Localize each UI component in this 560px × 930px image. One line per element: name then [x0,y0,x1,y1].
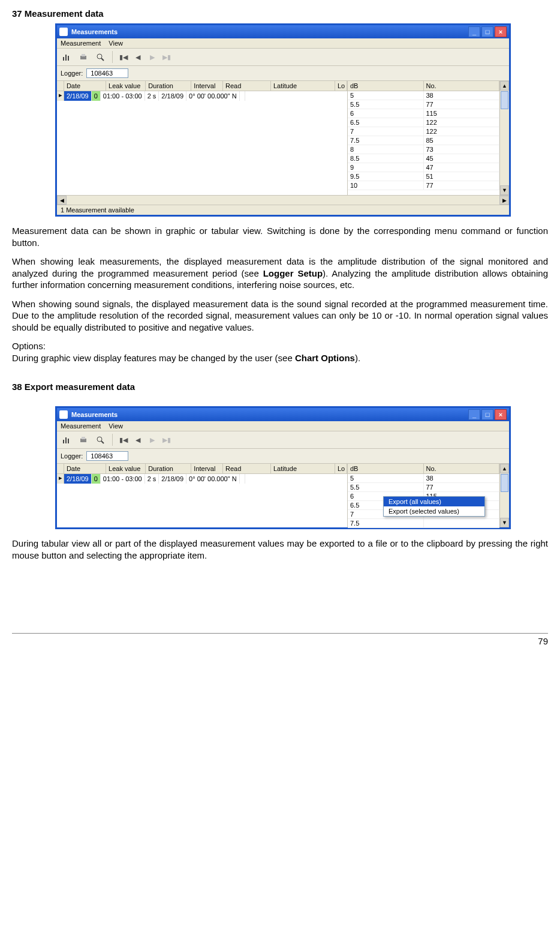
nav-last-icon[interactable]: ▶▮ [161,436,173,444]
scroll-right-icon[interactable]: ▶ [499,196,509,205]
horizontal-scrollbar[interactable]: ◀ ▶ [57,195,509,205]
nav-prev-icon[interactable]: ◀ [132,53,144,61]
scroll-thumb[interactable] [501,474,508,492]
scroll-down-icon[interactable]: ▼ [500,518,509,527]
col-no[interactable]: No. [424,464,500,473]
maximize-button[interactable]: □ [481,26,493,37]
maximize-button[interactable]: □ [481,409,493,420]
table-row[interactable]: 538 [348,474,499,483]
svg-rect-1 [65,55,67,61]
table-row[interactable]: 8.545 [348,154,499,163]
table-row[interactable]: 1077 [348,181,499,190]
table-row[interactable]: 9.551 [348,172,499,181]
chart-view-icon[interactable] [59,50,74,64]
export-selected-item[interactable]: Export (selected values) [384,506,484,516]
zoom-icon[interactable] [93,50,107,64]
menu-bar: Measurement View [57,421,509,431]
nav-last-icon[interactable]: ▶▮ [161,53,173,61]
col-latitude[interactable]: Latitude [271,81,335,91]
svg-line-13 [101,441,104,443]
col-read[interactable]: Read [223,464,271,473]
table-row[interactable]: 947 [348,163,499,172]
col-lo[interactable]: Lo [335,464,347,473]
left-table: Date Leak value Duration Interval Read L… [57,464,347,527]
scroll-left-icon[interactable]: ◀ [57,196,67,205]
nav-next-icon[interactable]: ▶ [146,53,158,61]
svg-rect-7 [63,440,64,443]
paragraph: During tabular view all or part of the d… [12,538,548,561]
menu-view[interactable]: View [109,40,123,47]
paragraph: Options: During graphic view display fea… [12,340,548,364]
print-icon[interactable] [76,433,91,446]
logger-bar: Logger: 108463 [57,66,509,81]
col-read[interactable]: Read [223,81,271,91]
export-all-item[interactable]: Export (all values) [384,497,484,506]
scroll-up-icon[interactable]: ▲ [500,464,509,473]
col-date[interactable]: Date [64,81,106,91]
section-37-heading: 37 Measurement data [12,8,548,19]
logger-label: Logger: [61,452,83,460]
figure-37: Measurements _ □ × Measurement View ▮◀ ◀… [55,23,548,217]
close-button[interactable]: × [495,26,507,37]
menu-view[interactable]: View [109,422,123,430]
content-area: Date Leak value Duration Interval Read L… [57,81,509,195]
vertical-scrollbar[interactable]: ▲ ▼ [499,464,509,527]
measurements-window: Measurements _ □ × Measurement View ▮◀ ◀… [55,406,511,529]
svg-rect-4 [82,54,85,56]
table-row[interactable]: 5.577 [348,100,499,109]
col-duration[interactable]: Duration [146,464,191,473]
table-row[interactable]: 873 [348,145,499,154]
table-row[interactable]: 6115 [348,109,499,118]
svg-rect-2 [68,56,69,61]
nav-prev-icon[interactable]: ◀ [132,436,144,444]
chart-view-icon[interactable] [59,433,74,446]
scroll-down-icon[interactable]: ▼ [500,185,509,195]
scroll-up-icon[interactable]: ▲ [500,81,509,91]
col-interval[interactable]: Interval [191,464,223,473]
context-menu[interactable]: Export (all values) Export (selected val… [383,496,485,517]
nav-next-icon[interactable]: ▶ [146,436,158,444]
status-bar: 1 Measurement available [57,205,509,215]
col-lo[interactable]: Lo [335,81,347,91]
scroll-thumb[interactable] [501,91,508,109]
col-duration[interactable]: Duration [146,81,191,91]
table-row[interactable]: 6.5122 [348,118,499,127]
col-date[interactable]: Date [64,464,106,473]
col-db[interactable]: dB [348,464,424,473]
page-footer: 79 [12,633,548,646]
logger-value[interactable]: 108463 [86,68,128,78]
paragraph: When showing leak measurements, the disp… [12,256,548,291]
nav-first-icon[interactable]: ▮◀ [118,436,130,444]
app-icon [59,28,68,36]
vertical-scrollbar[interactable]: ▲ ▼ [499,81,509,195]
table-row[interactable]: ▸ 2/18/09 0 01:00 - 03:00 2 s 2/18/09 0°… [57,474,347,484]
logger-bar: Logger: 108463 [57,449,509,464]
table-row[interactable]: 5.577 [348,483,499,492]
svg-rect-9 [68,439,69,443]
close-button[interactable]: × [495,409,507,420]
col-no[interactable]: No. [424,81,500,91]
menu-measurement[interactable]: Measurement [61,422,101,430]
svg-rect-11 [82,437,85,439]
figure-38: Measurements _ □ × Measurement View ▮◀ ◀… [55,406,548,529]
nav-first-icon[interactable]: ▮◀ [118,53,130,61]
toolbar: ▮◀ ◀ ▶ ▶▮ [57,431,509,449]
table-row[interactable]: ▸ 2/18/09 0 01:00 - 03:00 2 s 2/18/09 0°… [57,91,347,101]
zoom-icon[interactable] [93,433,107,446]
table-row[interactable]: 538 [348,91,499,100]
col-db[interactable]: dB [348,81,424,91]
minimize-button[interactable]: _ [468,409,480,420]
minimize-button[interactable]: _ [468,26,480,37]
print-icon[interactable] [76,50,91,64]
table-row[interactable]: 7.5 [348,519,499,528]
table-row[interactable]: 7122 [348,127,499,136]
menu-measurement[interactable]: Measurement [61,40,101,47]
col-leakvalue[interactable]: Leak value [106,81,146,91]
table-row[interactable]: 7.585 [348,136,499,145]
col-leakvalue[interactable]: Leak value [106,464,146,473]
left-table: Date Leak value Duration Interval Read L… [57,81,347,195]
col-interval[interactable]: Interval [191,81,223,91]
logger-value[interactable]: 108463 [86,451,128,461]
content-area: Date Leak value Duration Interval Read L… [57,464,509,527]
col-latitude[interactable]: Latitude [271,464,335,473]
